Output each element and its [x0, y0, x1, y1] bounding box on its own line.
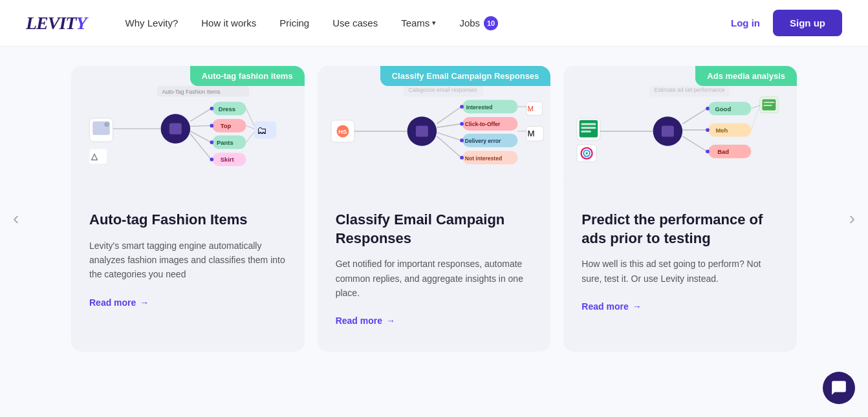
signup-button[interactable]: Sign up	[773, 10, 842, 36]
svg-rect-69	[581, 127, 596, 129]
fashion-workflow-diagram: Auto-Tag Fashion Items △ Dress Top	[71, 76, 305, 186]
svg-point-55	[460, 105, 464, 109]
svg-point-85	[706, 149, 710, 153]
svg-text:HS: HS	[338, 128, 347, 135]
svg-rect-34	[404, 86, 483, 97]
nav-actions: Log in Sign up	[731, 10, 842, 36]
svg-point-26	[210, 124, 213, 128]
svg-point-27	[210, 140, 213, 144]
card-email-body: Classify Email Campaign Responses Get no…	[318, 195, 551, 300]
card-ads-desc: How well is this ad set going to perform…	[581, 257, 779, 286]
jobs-count-badge: 10	[484, 16, 498, 30]
nav-how-it-works[interactable]: How it works	[201, 17, 256, 28]
svg-text:Click-to-Offer: Click-to-Offer	[464, 121, 500, 127]
main-content: ‹ › Auto-tag fashion items Auto-Tag Fash…	[0, 47, 868, 390]
card-ads-image: Ads media analysis Estimate ad set perfo…	[563, 66, 797, 195]
svg-rect-70	[581, 131, 591, 133]
svg-rect-75	[708, 123, 751, 137]
svg-point-84	[706, 128, 710, 132]
nav-links: Why Levity? How it works Pricing Use cas…	[125, 16, 731, 30]
svg-text:Auto-Tag Fashion Items: Auto-Tag Fashion Items	[162, 89, 220, 95]
svg-text:Not interested: Not interested	[464, 155, 501, 162]
svg-text:Pants: Pants	[217, 139, 233, 146]
card-email-image: Classify Email Campaign Responses Catego…	[318, 66, 551, 195]
nav-use-cases[interactable]: Use cases	[332, 17, 378, 28]
svg-text:Good: Good	[715, 105, 732, 112]
svg-rect-68	[581, 123, 596, 125]
nav-jobs[interactable]: Jobs 10	[459, 16, 498, 30]
card-fashion-title: Auto-tag Fashion Items	[89, 211, 287, 230]
svg-point-56	[460, 122, 464, 126]
card-ads-badge: Ads media analysis	[695, 66, 797, 86]
card-email-desc: Get notified for important responses, au…	[336, 257, 533, 300]
nav-pricing[interactable]: Pricing	[279, 17, 309, 28]
svg-rect-65	[649, 86, 729, 97]
navbar: LEVITy Why Levity? How it works Pricing …	[0, 0, 868, 47]
svg-rect-39	[416, 125, 428, 136]
login-button[interactable]: Log in	[731, 17, 760, 28]
svg-text:Interested: Interested	[466, 104, 492, 111]
card-ads-readmore[interactable]: Read more →	[563, 301, 797, 312]
card-fashion-badge: Auto-tag fashion items	[190, 66, 305, 86]
card-fashion-readmore[interactable]: Read more →	[71, 297, 305, 308]
card-fashion: Auto-tag fashion items Auto-Tag Fashion …	[71, 66, 305, 352]
nav-why-levity[interactable]: Why Levity?	[125, 17, 179, 28]
svg-rect-88	[764, 102, 775, 103]
chat-icon	[830, 380, 847, 390]
svg-line-20	[190, 125, 211, 126]
svg-text:🗂: 🗂	[257, 125, 266, 136]
svg-rect-9	[169, 123, 182, 134]
card-fashion-image: Auto-tag fashion items Auto-Tag Fashion …	[71, 66, 305, 195]
svg-point-28	[210, 158, 213, 162]
svg-rect-89	[764, 105, 772, 106]
svg-point-57	[460, 138, 464, 142]
svg-text:△: △	[91, 151, 98, 161]
card-email-readmore[interactable]: Read more →	[318, 315, 551, 326]
svg-text:Top: Top	[221, 122, 232, 129]
card-fashion-desc: Levity's smart tagging engine automatica…	[89, 239, 287, 282]
svg-rect-77	[708, 145, 751, 158]
card-ads-body: Predict the performance of ads prior to …	[563, 195, 797, 286]
svg-text:M: M	[527, 105, 533, 112]
svg-point-95	[585, 152, 588, 155]
card-ads: Ads media analysis Estimate ad set perfo…	[563, 66, 797, 352]
svg-point-58	[460, 156, 464, 160]
svg-text:Bad: Bad	[718, 148, 730, 155]
card-email: Classify Email Campaign Responses Catego…	[318, 66, 551, 352]
card-fashion-body: Auto-tag Fashion Items Levity's smart ta…	[71, 195, 305, 282]
card-email-badge: Classify Email Campaign Responses	[380, 66, 551, 86]
svg-text:Delivery error: Delivery error	[464, 138, 501, 144]
svg-text:Skirt: Skirt	[221, 156, 235, 163]
nav-teams[interactable]: Teams ▾	[401, 17, 436, 28]
svg-text:Dress: Dress	[219, 105, 235, 112]
card-ads-title: Predict the performance of ads prior to …	[581, 211, 779, 248]
svg-text:Meh: Meh	[716, 127, 728, 134]
cards-container: Auto-tag fashion items Auto-Tag Fashion …	[71, 66, 797, 352]
carousel-prev-button[interactable]: ‹	[6, 202, 25, 235]
chevron-down-icon: ▾	[432, 19, 436, 27]
logo[interactable]: LEVITy	[26, 13, 87, 34]
svg-text:M: M	[527, 129, 534, 138]
svg-point-25	[210, 107, 213, 111]
carousel-next-button[interactable]: ›	[843, 202, 862, 235]
svg-point-83	[706, 107, 710, 111]
svg-rect-72	[662, 125, 674, 136]
card-email-title: Classify Email Campaign Responses	[336, 211, 533, 248]
svg-point-5	[104, 122, 109, 127]
email-workflow-diagram: Categorize email responses HS Interested…	[318, 76, 551, 186]
ads-workflow-diagram: Estimate ad set performance Good Meh	[563, 76, 797, 186]
